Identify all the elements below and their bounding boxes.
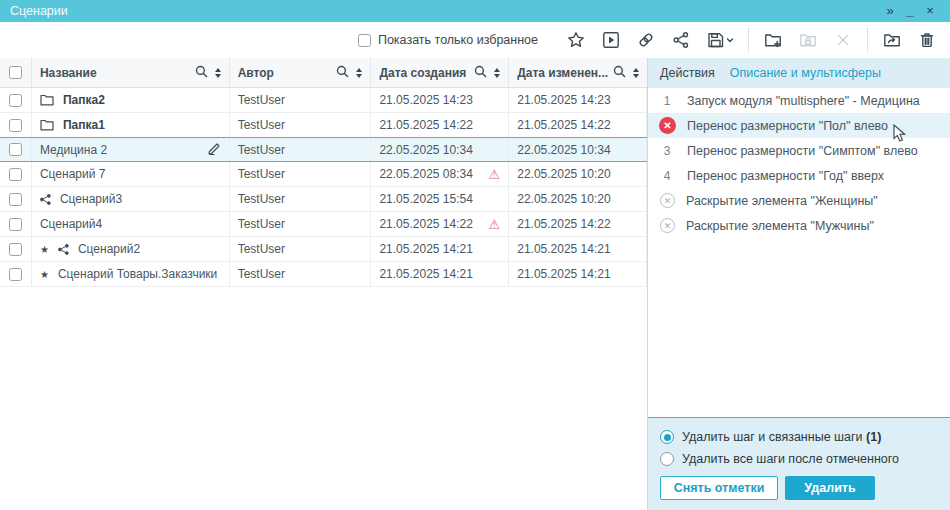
copy-link-icon[interactable] bbox=[635, 29, 657, 51]
move-to-folder-icon[interactable] bbox=[881, 29, 903, 51]
tab-actions[interactable]: Действия bbox=[660, 66, 715, 80]
checkbox-icon[interactable] bbox=[358, 34, 371, 47]
column-header-label: Название bbox=[40, 66, 191, 80]
table-row[interactable]: Сценарий 7 TestUser 22.05.2025 08:34 ⚠ 2… bbox=[0, 162, 647, 187]
main-content: Название Автор Дата создания bbox=[0, 58, 950, 510]
row-checkbox[interactable] bbox=[0, 113, 32, 137]
row-checkbox[interactable] bbox=[0, 212, 32, 236]
step-item-disabled[interactable]: ✕ Раскрытие элемента "Женщины" bbox=[648, 188, 950, 213]
row-created: 21.05.2025 14:22 bbox=[371, 113, 509, 137]
step-item-disabled[interactable]: ✕ Раскрытие элемента "Мужчины" bbox=[648, 213, 950, 238]
checkbox-icon[interactable] bbox=[9, 193, 22, 206]
run-scenario-icon[interactable] bbox=[600, 29, 622, 51]
checkbox-icon[interactable] bbox=[9, 94, 22, 107]
row-name: Папка1 bbox=[63, 118, 105, 132]
row-modified: 21.05.2025 14:22 bbox=[509, 113, 647, 137]
step-disabled-icon: ✕ bbox=[660, 193, 675, 208]
step-item[interactable]: 1 Запуск модуля "multisphere" - Медицина bbox=[648, 88, 950, 113]
table-row[interactable]: Папка1 TestUser 21.05.2025 14:22 21.05.2… bbox=[0, 113, 647, 138]
favorites-filter-label: Показать только избранное bbox=[378, 33, 538, 47]
title-bar: Сценарии » _ × bbox=[0, 0, 950, 22]
column-header-label: Дата создания bbox=[379, 66, 470, 80]
row-checkbox[interactable] bbox=[0, 262, 32, 286]
window-more-button[interactable]: » bbox=[880, 1, 900, 21]
checkbox-icon[interactable] bbox=[9, 243, 22, 256]
row-name: Сценарий 7 bbox=[40, 167, 105, 181]
toolbar-separator bbox=[867, 28, 868, 52]
favorites-filter-checkbox[interactable]: Показать только избранное bbox=[358, 33, 538, 47]
row-author: TestUser bbox=[230, 237, 372, 261]
option-label: Удалить шаг и связанные шаги bbox=[682, 430, 863, 444]
clear-marks-button[interactable]: Снять отметки bbox=[660, 476, 778, 500]
column-header-created[interactable]: Дата создания bbox=[371, 58, 509, 87]
table-row[interactable]: Сценарий4 TestUser 21.05.2025 14:22 ⚠ 21… bbox=[0, 212, 647, 237]
rename-pencil-icon[interactable] bbox=[207, 142, 221, 158]
table-row[interactable]: Папка2 TestUser 21.05.2025 14:23 21.05.2… bbox=[0, 88, 647, 113]
row-checkbox[interactable] bbox=[0, 88, 32, 112]
row-modified: 22.05.2025 10:20 bbox=[509, 162, 647, 186]
delete-after-option[interactable]: Удалить все шаги после отмеченного bbox=[660, 448, 938, 470]
create-folder-icon[interactable] bbox=[762, 29, 784, 51]
steps-list: 1 Запуск модуля "multisphere" - Медицина… bbox=[648, 88, 950, 417]
row-checkbox[interactable] bbox=[0, 162, 32, 186]
delete-linked-option[interactable]: Удалить шаг и связанные шаги (1) bbox=[660, 426, 938, 448]
select-all-checkbox[interactable] bbox=[0, 58, 32, 87]
column-header-author[interactable]: Автор bbox=[230, 58, 372, 87]
row-created: 21.05.2025 15:54 bbox=[371, 187, 509, 211]
row-created: 22.05.2025 10:34 bbox=[371, 138, 509, 161]
row-modified: 21.05.2025 14:22 bbox=[509, 212, 647, 236]
row-name: Медицина 2 bbox=[40, 143, 107, 157]
search-icon[interactable] bbox=[613, 65, 626, 81]
table-row[interactable]: Сценарий3 TestUser 21.05.2025 15:54 22.0… bbox=[0, 187, 647, 212]
row-checkbox[interactable] bbox=[0, 187, 32, 211]
column-header-modified[interactable]: Дата изменен... bbox=[509, 58, 647, 87]
sort-icon[interactable] bbox=[633, 68, 639, 78]
favorite-star-icon: ★ bbox=[40, 269, 49, 280]
window-close-button[interactable]: × bbox=[920, 1, 940, 21]
row-checkbox[interactable] bbox=[0, 237, 32, 261]
sort-icon[interactable] bbox=[356, 68, 362, 78]
window-minimize-button[interactable]: _ bbox=[900, 1, 920, 21]
checkbox-icon[interactable] bbox=[9, 143, 22, 156]
column-header-name[interactable]: Название bbox=[32, 58, 230, 87]
sort-icon[interactable] bbox=[215, 68, 221, 78]
search-icon[interactable] bbox=[195, 65, 208, 81]
delete-button[interactable]: Удалить bbox=[785, 476, 875, 500]
sort-icon[interactable] bbox=[494, 68, 500, 78]
step-disabled-icon: ✕ bbox=[660, 218, 675, 233]
row-author: TestUser bbox=[230, 212, 372, 236]
row-author: TestUser bbox=[230, 113, 372, 137]
checkbox-icon[interactable] bbox=[9, 218, 22, 231]
checkbox-icon[interactable] bbox=[9, 168, 22, 181]
step-label: Раскрытие элемента "Женщины" bbox=[686, 194, 878, 208]
checkbox-icon[interactable] bbox=[9, 119, 22, 132]
search-icon[interactable] bbox=[474, 65, 487, 81]
row-created: 21.05.2025 14:23 bbox=[371, 88, 509, 112]
delete-icon[interactable] bbox=[916, 29, 938, 51]
scenarios-table: Название Автор Дата создания bbox=[0, 58, 648, 510]
column-header-label: Автор bbox=[238, 66, 333, 80]
table-row[interactable]: ★ Сценарий Товары.Заказчики TestUser 21.… bbox=[0, 262, 647, 287]
favorite-star-icon[interactable] bbox=[565, 29, 587, 51]
checkbox-icon[interactable] bbox=[9, 66, 22, 79]
search-icon[interactable] bbox=[336, 65, 349, 81]
tab-description[interactable]: Описание и мультисферы bbox=[730, 66, 881, 80]
step-item-marked[interactable]: ✕ Перенос размерности "Пол" влево bbox=[648, 113, 950, 138]
checkbox-icon[interactable] bbox=[9, 268, 22, 281]
radio-icon[interactable] bbox=[660, 452, 674, 466]
folder-icon bbox=[40, 119, 54, 131]
step-label: Перенос размерности "Год" вверх bbox=[687, 169, 884, 183]
row-created: 21.05.2025 14:22 bbox=[379, 217, 472, 231]
step-item[interactable]: 4 Перенос размерности "Год" вверх bbox=[648, 163, 950, 188]
shared-icon bbox=[40, 194, 51, 205]
radio-selected-icon[interactable] bbox=[660, 430, 674, 444]
row-checkbox[interactable] bbox=[0, 138, 32, 161]
step-number: 3 bbox=[658, 144, 676, 158]
share-icon[interactable] bbox=[670, 29, 692, 51]
step-label: Раскрытие элемента "Мужчины" bbox=[686, 219, 874, 233]
save-icon[interactable] bbox=[705, 29, 735, 51]
step-error-icon[interactable]: ✕ bbox=[659, 117, 676, 134]
table-row[interactable]: ★ Сценарий2 TestUser 21.05.2025 14:21 21… bbox=[0, 237, 647, 262]
step-item[interactable]: 3 Перенос размерности "Симптом" влево bbox=[648, 138, 950, 163]
table-row-selected[interactable]: Медицина 2 TestUser 22.05.2025 10:34 22.… bbox=[0, 137, 647, 162]
